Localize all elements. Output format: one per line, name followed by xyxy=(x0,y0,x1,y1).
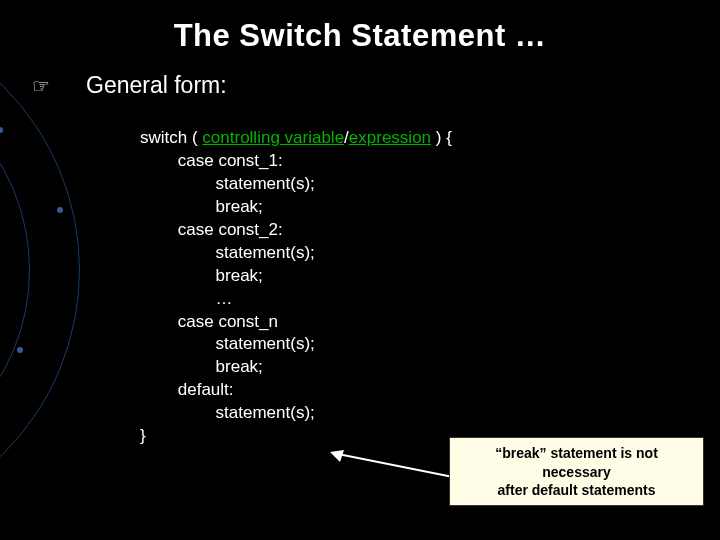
code-line: } xyxy=(140,426,146,445)
callout-line2: after default statements xyxy=(460,481,693,499)
expression: expression xyxy=(349,128,431,147)
code-line: break; xyxy=(140,357,263,376)
code-line: break; xyxy=(140,266,263,285)
subtitle-row: ☞ General form: xyxy=(0,72,720,99)
code-line: statement(s); xyxy=(140,174,315,193)
code-line: statement(s); xyxy=(140,403,315,422)
code-text: ) { xyxy=(431,128,452,147)
code-line: … xyxy=(140,289,233,308)
subtitle-text: General form: xyxy=(86,72,227,99)
slide-title: The Switch Statement … xyxy=(0,0,720,54)
code-line: statement(s); xyxy=(140,334,315,353)
callout-box: “break” statement is not necessary after… xyxy=(449,437,704,506)
code-text: switch ( xyxy=(140,128,202,147)
code-line: break; xyxy=(140,197,263,216)
code-line: case const_1: xyxy=(140,151,283,170)
code-line: case const_2: xyxy=(140,220,283,239)
code-line: case const_n xyxy=(140,312,278,331)
hand-bullet-icon: ☞ xyxy=(32,74,50,98)
code-line: statement(s); xyxy=(140,243,315,262)
code-line: default: xyxy=(140,380,234,399)
callout-line1: “break” statement is not necessary xyxy=(460,444,693,480)
code-block: switch ( controlling variable/expression… xyxy=(140,127,720,448)
svg-marker-1 xyxy=(330,450,344,462)
controlling-variable: controlling variable xyxy=(202,128,344,147)
